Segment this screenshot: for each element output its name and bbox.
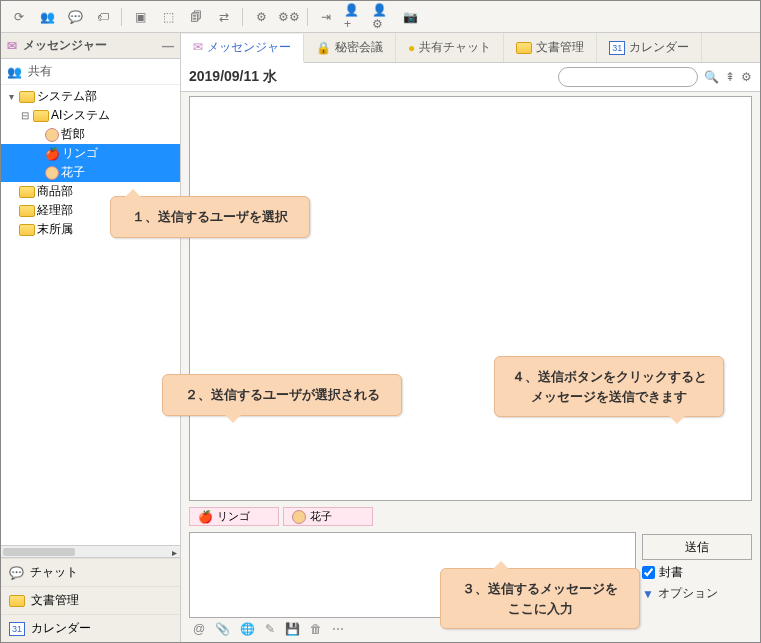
- select-icon[interactable]: ⬚: [158, 7, 178, 27]
- folder-label: 経理部: [37, 202, 73, 219]
- user-label: 哲郎: [61, 126, 85, 143]
- tab-label: 文書管理: [536, 39, 584, 56]
- calendar-icon: 31: [609, 41, 625, 55]
- sidebar-item-label: チャット: [30, 564, 78, 581]
- sidebar-item-label: 文書管理: [31, 592, 79, 609]
- tab-docs[interactable]: 文書管理: [504, 33, 597, 62]
- apple-icon: 🍎: [45, 147, 60, 161]
- tab-messenger[interactable]: ✉ メッセンジャー: [181, 34, 304, 63]
- tab-shared-chat[interactable]: ● 共有チャット: [396, 33, 504, 62]
- shared-label: 共有: [28, 63, 52, 80]
- group-icon: 👥: [7, 65, 22, 79]
- search-input[interactable]: [558, 67, 698, 87]
- options-toggle[interactable]: ▼ オプション: [642, 585, 752, 602]
- tab-calendar[interactable]: 31 カレンダー: [597, 33, 702, 62]
- tabs: ✉ メッセンジャー 🔒 秘密会議 ● 共有チャット 文書管理 31 カレ: [181, 33, 760, 63]
- org-tree: ▾ システム部 ⊟ AIシステム 哲郎 🍎 リンゴ: [1, 85, 180, 545]
- sealed-checkbox-input[interactable]: [642, 566, 655, 579]
- sync-icon[interactable]: ⇄: [214, 7, 234, 27]
- tree-user-ringo[interactable]: 🍎 リンゴ: [1, 144, 180, 163]
- tree-user-hanako[interactable]: 花子: [1, 163, 180, 182]
- expand-icon[interactable]: ▾: [5, 91, 17, 102]
- gears-icon[interactable]: ⚙⚙: [279, 7, 299, 27]
- avatar-icon: [45, 166, 59, 180]
- folder-label: 末所属: [37, 221, 73, 238]
- callout-1: １、送信するユーザを選択: [110, 196, 310, 238]
- shared-row[interactable]: 👥 共有: [1, 59, 180, 85]
- tree-folder-system[interactable]: ▾ システム部: [1, 87, 180, 106]
- user-gear-icon[interactable]: 👤⚙: [372, 7, 392, 27]
- h-scrollbar[interactable]: ◂ ▸: [1, 545, 180, 557]
- tree-folder-ai[interactable]: ⊟ AIシステム: [1, 106, 180, 125]
- scroll-right-icon[interactable]: ▸: [168, 546, 180, 558]
- up-icon[interactable]: ⇞: [725, 70, 735, 84]
- separator: [307, 8, 308, 26]
- sidebar-item-docs[interactable]: 文書管理: [1, 586, 180, 614]
- sidebar-item-chat[interactable]: 💬 チャット: [1, 558, 180, 586]
- message-list[interactable]: [189, 96, 752, 501]
- sidebar-title: メッセンジャー: [23, 37, 107, 54]
- edit-icon[interactable]: ✎: [265, 622, 275, 636]
- more-icon[interactable]: ⋯: [332, 622, 344, 636]
- recipient-chip-hanako[interactable]: 花子: [283, 507, 373, 526]
- calendar-icon: 31: [9, 622, 25, 636]
- gear-icon[interactable]: ⚙: [251, 7, 271, 27]
- scroll-thumb[interactable]: [3, 548, 75, 556]
- camera-icon[interactable]: 📷: [400, 7, 420, 27]
- folder-icon: [19, 205, 35, 217]
- date-bar: 2019/09/11 水 🔍 ⇞ ⚙: [181, 63, 760, 92]
- search-icon[interactable]: 🔍: [704, 70, 719, 84]
- sidebar-item-calendar[interactable]: 31 カレンダー: [1, 614, 180, 642]
- avatar-icon: [45, 128, 59, 142]
- recipient-chip-ringo[interactable]: 🍎 リンゴ: [189, 507, 279, 526]
- import-icon[interactable]: ⇥: [316, 7, 336, 27]
- callout-2: ２、送信するユーザが選択される: [162, 374, 402, 416]
- recipients: 🍎 リンゴ 花子: [181, 505, 760, 528]
- folder-icon: [33, 110, 49, 122]
- tab-label: 秘密会議: [335, 39, 383, 56]
- options-label: オプション: [658, 585, 718, 602]
- tag-icon[interactable]: 🏷: [93, 7, 113, 27]
- search-box: [558, 67, 698, 87]
- separator: [242, 8, 243, 26]
- group-icon[interactable]: 👥: [37, 7, 57, 27]
- minimize-icon[interactable]: —: [162, 39, 174, 53]
- folder-icon: [19, 224, 35, 236]
- note-icon[interactable]: 🗐: [186, 7, 206, 27]
- globe-icon[interactable]: 🌐: [240, 622, 255, 636]
- tree-user-tetsuro[interactable]: 哲郎: [1, 125, 180, 144]
- compose-actions: 送信 封書 ▼ オプション: [642, 532, 752, 618]
- current-date: 2019/09/11 水: [189, 68, 277, 86]
- recipient-name: 花子: [310, 509, 332, 524]
- tab-label: メッセンジャー: [207, 39, 291, 56]
- sealed-checkbox[interactable]: 封書: [642, 564, 752, 581]
- folder-label: AIシステム: [51, 107, 110, 124]
- add-user-icon[interactable]: 👤+: [344, 7, 364, 27]
- crop-icon[interactable]: ▣: [130, 7, 150, 27]
- mention-icon[interactable]: @: [193, 622, 205, 636]
- chat-icon: ●: [408, 41, 415, 55]
- main-toolbar: ⟳ 👥 💬 🏷 ▣ ⬚ 🗐 ⇄ ⚙ ⚙⚙ ⇥ 👤+ 👤⚙ 📷: [1, 1, 760, 33]
- tab-label: カレンダー: [629, 39, 689, 56]
- sidebar-header: ✉ メッセンジャー —: [1, 33, 180, 59]
- folder-label: 商品部: [37, 183, 73, 200]
- refresh-icon[interactable]: ⟳: [9, 7, 29, 27]
- user-label: 花子: [61, 164, 85, 181]
- user-chat-icon[interactable]: 💬: [65, 7, 85, 27]
- callout-3: ３、送信するメッセージを ここに入力: [440, 568, 640, 629]
- collapse-icon[interactable]: ⊟: [19, 110, 31, 121]
- avatar-icon: [292, 510, 306, 524]
- sidebar: ✉ メッセンジャー — 👥 共有 ▾ システム部 ⊟ AIシステム: [1, 33, 181, 642]
- save-icon[interactable]: 💾: [285, 622, 300, 636]
- sealed-label: 封書: [659, 564, 683, 581]
- content: ✉ メッセンジャー 🔒 秘密会議 ● 共有チャット 文書管理 31 カレ: [181, 33, 760, 642]
- triangle-down-icon: ▼: [642, 587, 654, 601]
- gear-icon[interactable]: ⚙: [741, 70, 752, 84]
- folder-icon: [9, 595, 25, 607]
- attach-icon[interactable]: 📎: [215, 622, 230, 636]
- sidebar-item-label: カレンダー: [31, 620, 91, 637]
- trash-icon[interactable]: 🗑: [310, 622, 322, 636]
- send-button[interactable]: 送信: [642, 534, 752, 560]
- tab-secret[interactable]: 🔒 秘密会議: [304, 33, 396, 62]
- mail-icon: ✉: [193, 40, 203, 54]
